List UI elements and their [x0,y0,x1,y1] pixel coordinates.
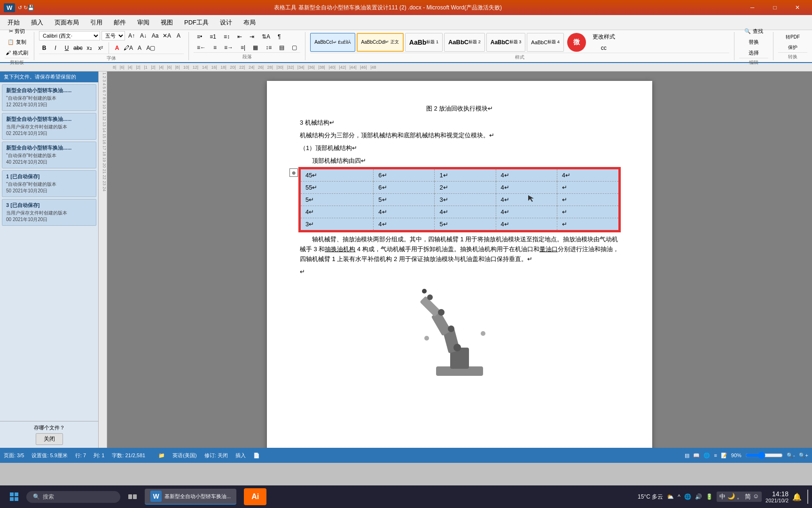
tray-expand-button[interactable]: ^ [678,493,680,500]
text-shading-button[interactable]: A [134,43,145,53]
view-read-button[interactable]: 📖 [693,452,700,459]
input-method[interactable]: 中 🌙 。 简 ☺ [717,492,762,502]
font-name-select[interactable]: Calibri (西文· [39,31,100,40]
style-heading3[interactable]: AaBbC标题 3 [486,33,526,52]
text-border-button[interactable]: A▢ [146,43,156,53]
find-button[interactable]: 🔍 查找 [741,26,766,36]
table-cell[interactable]: 4↵ [496,182,557,194]
table-cell[interactable]: 2↵ [435,182,496,194]
zoom-in-button[interactable]: 🔍+ [799,452,808,459]
align-right-button[interactable]: ≡→ [221,43,236,52]
copy-button[interactable]: 📋 复制 [2,37,31,47]
align-left-button[interactable]: ≡← [194,43,209,52]
table-cell[interactable]: 45↵ [300,169,374,182]
replace-button[interactable]: 替换 [741,37,766,47]
table-cell[interactable]: 4↵ [496,194,557,206]
styles-more-button[interactable]: 更改样式 [589,32,618,42]
show-desktop-button[interactable] [805,490,808,504]
task-view-button[interactable] [122,490,143,503]
taskbar-search[interactable]: 🔍 搜索 [26,491,120,503]
doc-item-3[interactable]: 新型全自动小型轿车换油...... "自动保存"时创建的版本 40 2021年1… [2,142,96,168]
numbered-list-button[interactable]: ≡1 [206,32,219,41]
doc-item-1[interactable]: 新型全自动小型轿车换油...... "自动保存"时创建的版本 12 2021年1… [2,84,96,111]
start-button[interactable] [4,490,24,503]
align-center-button[interactable]: ≡ [210,43,220,52]
view-print-button[interactable]: ▤ [685,452,689,459]
increase-indent-button[interactable]: ⇥ [246,32,258,41]
word-taskbar-item[interactable]: W 基新型全自动小型轿车换油... [145,489,236,505]
style-heading4[interactable]: AaBbC标题 4 [527,33,563,52]
columns-button[interactable]: ▦ [250,43,261,52]
clear-format-button[interactable]: ✕A [162,31,172,41]
decrease-indent-button[interactable]: ⇤ [234,32,245,41]
table-cell[interactable]: ↵ [557,194,619,206]
doc-item-5[interactable]: 3 [已自动保存] 当用户保存文件时创建的版本 00 2021年10月20日 [2,199,96,226]
weibo-icon[interactable]: 微 [567,33,586,52]
table-cell[interactable]: 5↵ [435,218,496,231]
menu-table-layout[interactable]: 布局 [238,16,261,29]
multilevel-list-button[interactable]: ≡↕ [220,32,233,41]
table-cell[interactable]: ↵ [557,182,619,194]
italic-button[interactable]: I [50,43,61,53]
border-button[interactable]: ▢ [289,43,300,52]
notification-button[interactable]: 🔔 [792,492,802,501]
table-cell[interactable]: 5↵ [374,194,435,206]
table-cell[interactable]: 4↵ [374,206,435,218]
style-normal[interactable]: AaBbCcDdl↵ 正文 [357,33,404,52]
cc-button[interactable]: cc [589,43,618,53]
style-heading1[interactable]: AaBb标题 1 [405,33,443,52]
strikethrough-button[interactable]: abc [73,43,83,53]
doc-item-2[interactable]: 新型全自动小型轿车换油...... 当用户保存文件时创建的版本 02 2021年… [2,113,96,140]
tray-network-icon[interactable]: 🌐 [684,493,691,500]
table-cell[interactable]: 5↵ [300,194,374,206]
table-cell[interactable]: ↵ [557,206,619,218]
zoom-slider[interactable] [745,452,783,459]
menu-view[interactable]: 视图 [155,16,179,29]
font-grow-button[interactable]: A↑ [126,31,137,41]
tray-volume-icon[interactable]: 🔊 [695,493,702,500]
protect-button[interactable]: 保护 [782,43,803,52]
font-size-select[interactable]: 五号 [102,31,125,40]
doc-item-4[interactable]: 1 [已自动保存] "自动保存"时创建的版本 50 2021年10月20日 [2,170,96,197]
table-cell[interactable]: 4↵ [435,206,496,218]
table-anchor[interactable]: ⊕ [289,168,298,177]
to-pdf-button[interactable]: 转PDF [782,32,803,42]
ai-button[interactable]: Ai [238,486,272,507]
table-cell[interactable]: 6↵ [374,182,435,194]
menu-mail[interactable]: 邮件 [108,16,132,29]
justify-button[interactable]: ≡| [237,43,249,52]
list-button[interactable]: ≡• [194,32,205,41]
change-case-button[interactable]: Aa [150,31,160,41]
superscript-button[interactable]: x² [95,43,106,53]
table-cell[interactable]: ↵ [557,218,619,231]
table-cell[interactable]: 4↵ [300,206,374,218]
table-cell[interactable]: 4↵ [496,169,557,182]
underline-button[interactable]: U [62,43,72,53]
cut-button[interactable]: ✂ 剪切 [2,26,31,36]
table-cell[interactable]: 4↵ [374,218,435,231]
menu-review[interactable]: 审阅 [132,16,155,29]
table-cell[interactable]: 6↵ [374,169,435,182]
table-cell[interactable]: 4↵ [496,206,557,218]
highlight-button[interactable]: 🖍A [123,43,133,53]
format-painter-button[interactable]: 🖌 格式刷 [2,48,31,58]
style-normal-candidate[interactable]: AaBbCcI↵ È±ÊÎlÂ [310,33,355,52]
show-marks-button[interactable]: ¶ [274,32,284,41]
table-cell[interactable]: 3↵ [435,194,496,206]
font-shrink-button[interactable]: A↓ [138,31,148,41]
font-color-button[interactable]: A [112,43,122,53]
table-cell[interactable]: 4↵ [496,218,557,231]
select-button[interactable]: 选择 [741,48,766,58]
shading-button[interactable]: ▤ [276,43,288,52]
table-cell[interactable]: 4↵ [557,169,619,182]
bold-button[interactable]: B [39,43,49,53]
zoom-out-button[interactable]: 🔍- [787,452,795,459]
view-web-button[interactable]: 🌐 [703,452,710,459]
subscript-button[interactable]: x₂ [84,43,94,53]
minimize-button[interactable]: ─ [742,0,763,15]
maximize-button[interactable]: □ [764,0,786,15]
menu-pdf[interactable]: PDF工具 [179,16,214,29]
sort-button[interactable]: ⇅A [258,32,273,41]
clock[interactable]: 14:18 2021/10/2 [765,490,789,503]
table-cell[interactable]: 3↵ [300,218,374,231]
